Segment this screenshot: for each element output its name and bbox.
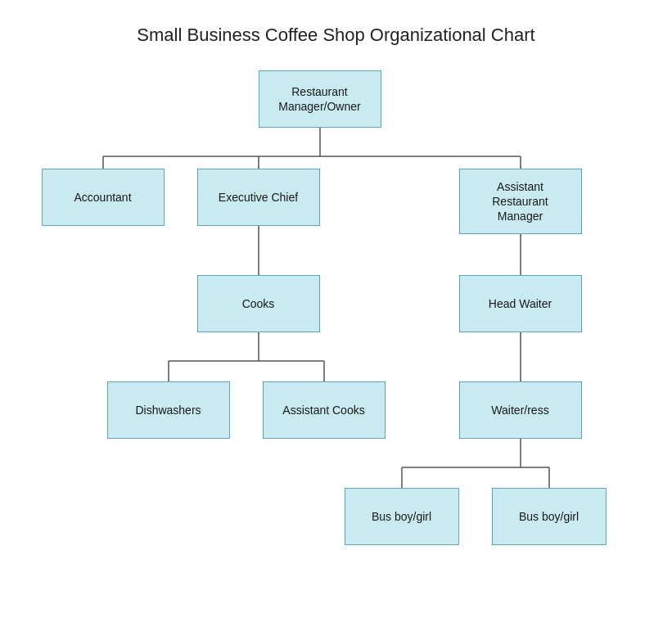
org-chart: Restaurant Manager/Owner Accountant Exec… [17, 70, 656, 570]
node-busboy-2: Bus boy/girl [492, 488, 607, 545]
node-manager: Restaurant Manager/Owner [259, 70, 381, 128]
node-head-waiter: Head Waiter [459, 275, 582, 332]
node-dishwashers: Dishwashers [107, 381, 230, 439]
page-title: Small Business Coffee Shop Organizationa… [16, 25, 656, 46]
node-asst-cooks: Assistant Cooks [263, 381, 386, 439]
node-asst-manager: Assistant Restaurant Manager [459, 169, 582, 234]
node-accountant: Accountant [42, 169, 165, 226]
node-cooks: Cooks [197, 275, 320, 332]
node-waiter-ress: Waiter/ress [459, 381, 582, 439]
node-exec-chief: Executive Chief [197, 169, 320, 226]
node-busboy-1: Bus boy/girl [345, 488, 459, 545]
